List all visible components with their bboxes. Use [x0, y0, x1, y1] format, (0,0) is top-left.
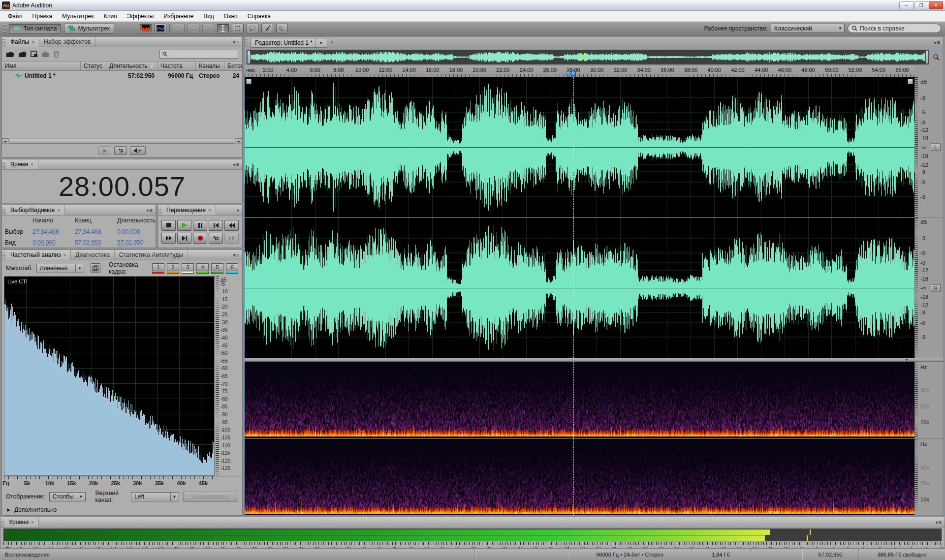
scale-dropdown[interactable]: Линейный ▼ — [36, 264, 84, 273]
waveform-left-channel[interactable] — [245, 77, 914, 217]
tab-frequency-analysis[interactable]: Частотный анализ× — [6, 250, 71, 260]
files-search-input[interactable] — [159, 50, 238, 59]
close-icon[interactable]: × — [208, 208, 211, 213]
tab-time[interactable]: Время× — [6, 159, 38, 169]
panel-grip[interactable] — [2, 251, 5, 258]
menu-item[interactable]: Вид — [198, 12, 219, 21]
slip-tool-button[interactable] — [188, 24, 199, 33]
loop-preview-button[interactable] — [114, 146, 127, 155]
column-header-status[interactable]: Статус — [81, 62, 106, 70]
frequency-graph[interactable]: Live CTI — [4, 276, 215, 476]
top-channel-dropdown[interactable]: Left ▼ — [131, 492, 179, 501]
spectral-display[interactable] — [245, 362, 914, 515]
time-selection-tool-button[interactable] — [217, 24, 229, 33]
auto-play-button[interactable] — [130, 146, 146, 155]
hold-frame-button[interactable]: 6 — [226, 263, 238, 271]
import-file-button[interactable] — [18, 51, 27, 58]
panel-grip[interactable] — [2, 38, 5, 45]
column-header-rate[interactable]: Частота — [158, 62, 196, 70]
column-header-name[interactable]: Имя — [2, 62, 81, 70]
menu-item[interactable]: Мультитрек — [57, 12, 98, 21]
panel-grip[interactable] — [2, 161, 5, 168]
tab-editor[interactable]: Редактор: Untitled 1 * ▼ — [251, 38, 327, 48]
close-icon[interactable]: × — [63, 252, 66, 258]
marquee-selection-tool-button[interactable] — [232, 24, 244, 33]
pause-button[interactable] — [193, 220, 207, 231]
delete-file-button[interactable] — [53, 51, 60, 58]
tab-diagnostics[interactable]: Диагностика — [71, 250, 115, 260]
spot-healing-brush-tool-button[interactable] — [276, 24, 288, 33]
file-row[interactable]: Untitled 1 * 57:02.950 96000 Гц Стерео 2… — [2, 71, 242, 80]
corner-handle[interactable] — [908, 79, 913, 84]
new-file-button[interactable] — [31, 51, 38, 58]
close-icon[interactable]: × — [32, 39, 34, 45]
spectral-pitch-display-button[interactable] — [155, 24, 166, 33]
panel-grip[interactable] — [1, 519, 4, 526]
hold-frame-4[interactable]: 4 — [196, 263, 209, 274]
spectral-splitter[interactable]: ▼ — [245, 358, 943, 362]
go-to-end-button[interactable] — [177, 233, 191, 244]
tab-levels[interactable]: Уровни× — [4, 517, 39, 527]
menu-item[interactable]: Избранное — [158, 12, 198, 21]
rewind-button[interactable] — [224, 220, 239, 231]
lasso-selection-tool-button[interactable] — [247, 24, 258, 33]
help-search-input[interactable]: Поиск в справке — [848, 24, 941, 33]
files-horizontal-scrollbar[interactable]: ◄ ► — [2, 138, 242, 144]
spectrogram-right-channel[interactable] — [245, 439, 914, 515]
spectral-frequency-display-button[interactable] — [140, 24, 152, 33]
overview-left-handle[interactable] — [247, 50, 251, 64]
overview-navigator[interactable] — [247, 50, 929, 64]
panel-menu-button[interactable]: ▾≡ — [230, 159, 242, 169]
close-icon[interactable]: × — [31, 520, 34, 525]
right-channel-button[interactable]: R — [931, 284, 941, 291]
selection-end-value[interactable]: 27:34.468 — [75, 228, 117, 235]
tab-files[interactable]: Файлы× — [6, 37, 39, 47]
left-channel-button[interactable]: L — [931, 144, 941, 151]
waveform-right-channel[interactable] — [245, 218, 914, 358]
hold-frame-button[interactable]: 4 — [196, 263, 209, 271]
scroll-right-arrow[interactable]: ► — [236, 138, 242, 144]
panel-grip[interactable] — [2, 207, 5, 214]
overview-right-handle[interactable] — [925, 50, 929, 64]
multitrack-view-button[interactable]: Мультитрек — [64, 24, 114, 33]
view-end-value[interactable]: 57:02.950 — [75, 239, 117, 246]
close-icon[interactable]: × — [327, 37, 336, 48]
spectrogram-left-channel[interactable] — [245, 362, 914, 438]
minimize-button[interactable]: – — [899, 1, 914, 9]
fast-forward-button[interactable] — [161, 233, 176, 244]
scrollbar-thumb[interactable] — [9, 139, 235, 144]
panel-grip[interactable] — [158, 207, 161, 214]
open-file-button[interactable] — [6, 51, 15, 58]
copy-graph-button[interactable] — [91, 263, 100, 273]
panel-grip[interactable] — [245, 38, 248, 46]
hold-frame-button[interactable]: 3 — [182, 263, 194, 271]
stop-button[interactable] — [161, 220, 176, 231]
menu-item[interactable]: Клип — [99, 12, 122, 21]
panel-menu-button[interactable]: ▾ — [234, 205, 242, 215]
close-button[interactable]: ✕ — [929, 1, 943, 9]
hold-frame-2[interactable]: 2 — [167, 263, 179, 274]
menu-item[interactable]: Файл — [3, 12, 28, 21]
workspace-dropdown[interactable]: Классический ▼ — [771, 24, 845, 33]
menu-item[interactable]: Правка — [28, 12, 58, 21]
view-duration-value[interactable]: 57:02.950 — [117, 239, 156, 246]
corner-handle[interactable] — [246, 79, 252, 84]
scan-button[interactable]: Сканировать — [183, 492, 238, 502]
column-header-channels[interactable]: Каналы — [196, 62, 224, 70]
close-icon[interactable]: × — [57, 208, 60, 213]
hold-frame-button[interactable]: 1 — [152, 263, 164, 271]
panel-menu-button[interactable]: ▾≡ — [144, 205, 156, 215]
zoom-icon[interactable] — [931, 52, 941, 62]
hold-frame-3[interactable]: 3 — [182, 263, 194, 274]
column-header-bits[interactable]: Битова — [224, 62, 242, 70]
column-header-duration[interactable]: Длительность▲ — [106, 62, 158, 70]
record-button[interactable] — [193, 233, 207, 244]
panel-menu-button[interactable]: ▾≡ — [933, 517, 945, 527]
paintbrush-selection-tool-button[interactable] — [261, 24, 273, 33]
skip-selection-button[interactable] — [224, 233, 239, 244]
menu-item[interactable]: Эффекты — [122, 12, 159, 21]
selection-start-value[interactable]: 27:34.468 — [32, 228, 75, 235]
selection-duration-value[interactable]: 0:00.000 — [117, 228, 156, 235]
menu-item[interactable]: Справка — [243, 12, 276, 21]
display-dropdown[interactable]: Столбы ▼ — [49, 492, 86, 501]
